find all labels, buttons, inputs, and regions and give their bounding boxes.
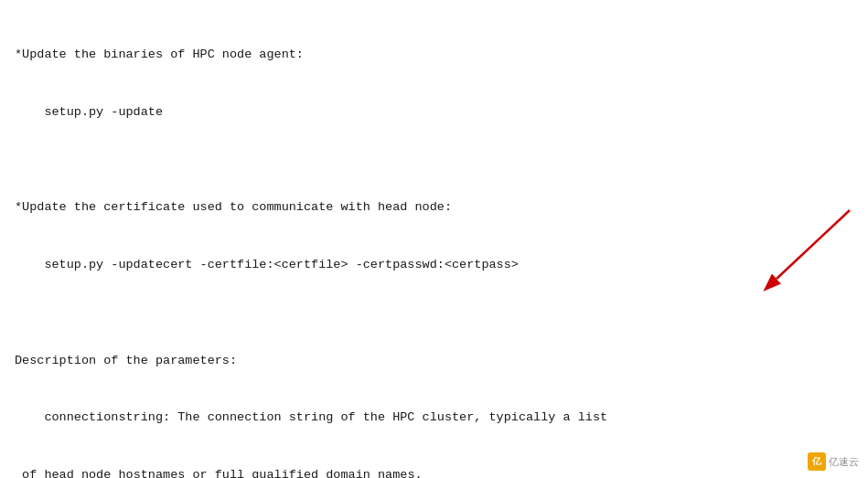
line-2: setup.py -update: [15, 103, 853, 122]
watermark-logo: 亿 亿速云: [808, 452, 859, 471]
line-8: connectionstring: The connection string …: [15, 409, 853, 428]
line-9: of head node hostnames or full qualified…: [15, 466, 853, 478]
logo-icon: 亿: [808, 452, 826, 471]
line-5: setup.py -updatecert -certfile:<certfile…: [15, 256, 853, 275]
line-1: *Update the binaries of HPC node agent:: [15, 46, 853, 65]
logo-char: 亿: [812, 455, 821, 468]
terminal-content: *Update the binaries of HPC node agent: …: [0, 0, 868, 478]
line-7: Description of the parameters:: [15, 352, 853, 371]
watermark: 亿 亿速云: [808, 452, 859, 471]
site-name: 亿速云: [829, 455, 859, 469]
line-4: *Update the certificate used to communic…: [15, 198, 853, 218]
